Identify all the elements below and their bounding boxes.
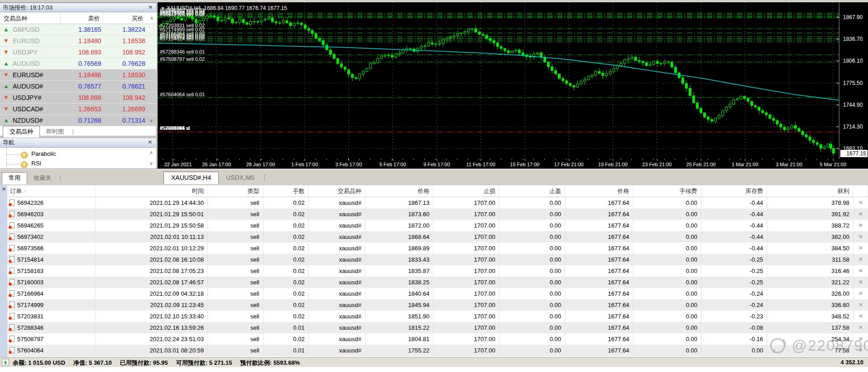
navigator-item-parabolic[interactable]: ƒParabolic bbox=[21, 150, 56, 159]
cell: 57203831 bbox=[7, 311, 95, 322]
column-header[interactable]: 获利 bbox=[767, 185, 853, 197]
market-watch-row[interactable]: ▲AUDUSD#0.765770.76621 bbox=[0, 81, 157, 92]
close-icon[interactable]: ✕ bbox=[1, 186, 7, 192]
table-row[interactable]: 571749992021.02.09 11:23:45sell0.02xauus… bbox=[7, 299, 868, 311]
chart-tab-1[interactable]: XAUUSD#,H4 bbox=[163, 172, 219, 184]
svg-text:#57154814 sell 0.02: #57154814 sell 0.02 bbox=[160, 36, 205, 41]
cell: -0.25 bbox=[701, 277, 767, 288]
column-header[interactable]: 止损 bbox=[434, 185, 499, 197]
column-header[interactable]: 手数 bbox=[263, 185, 309, 197]
axis-minor-tick bbox=[217, 159, 218, 160]
cell: 0.00 bbox=[633, 288, 701, 299]
table-row[interactable]: 569734022021.02.01 10:11:13sell0.02xauus… bbox=[7, 231, 868, 243]
table-row[interactable]: 571600032021.02.08 17:46:57sell0.02xauus… bbox=[7, 277, 868, 288]
table-row[interactable]: 569462032021.01.29 15:50:01sell0.02xauus… bbox=[7, 208, 868, 220]
column-bid[interactable]: 卖价 bbox=[61, 15, 100, 23]
column-header[interactable]: 类型 bbox=[208, 185, 263, 197]
axis-minor-tick bbox=[730, 159, 730, 160]
table-row[interactable]: 569462652021.01.29 15:50:58sell0.02xauus… bbox=[7, 220, 868, 231]
close-order-icon[interactable]: ✕ bbox=[853, 277, 868, 288]
order-id: 56946203 bbox=[17, 211, 44, 218]
market-watch-titlebar[interactable]: 市场报价: 19:17:03 ✕ bbox=[0, 3, 157, 12]
close-icon[interactable]: ✕ bbox=[147, 139, 153, 146]
table-row[interactable]: 569735662021.02.01 10:12:29sell0.02xauus… bbox=[7, 243, 868, 254]
cell: -0.44 bbox=[701, 197, 767, 208]
cell: 0.00 bbox=[499, 333, 565, 345]
table-row[interactable]: 572038312021.02.10 15:33:40sell0.02xauus… bbox=[7, 311, 868, 322]
scroll-up-icon[interactable]: ∧ bbox=[148, 15, 155, 21]
table-row[interactable]: 571548142021.02.08 16:10:08sell0.02xauus… bbox=[7, 254, 868, 265]
column-header[interactable]: 交易品种 bbox=[309, 185, 365, 197]
column-header[interactable]: 订单∕ bbox=[7, 185, 95, 197]
tab-market-watch-2[interactable]: 即时图 bbox=[40, 126, 70, 138]
close-order-icon[interactable]: ✕ bbox=[853, 254, 868, 265]
navigator-titlebar[interactable]: 导航 ✕ bbox=[0, 138, 156, 148]
cell: 2021.01.29 15:50:01 bbox=[95, 208, 208, 220]
cell: 1845.94 bbox=[365, 299, 434, 311]
column-header[interactable]: 价格 bbox=[365, 185, 434, 197]
table-row[interactable]: 571581632021.02.08 17:05:23sell0.02xauus… bbox=[7, 265, 868, 277]
market-watch-row[interactable]: ▲NZDUSD#0.712680.71314 bbox=[0, 115, 157, 126]
navigator-item-rsi[interactable]: ƒRSI bbox=[21, 160, 41, 168]
order-id: 57604064 bbox=[17, 347, 44, 354]
column-header[interactable]: 手续费 bbox=[633, 185, 701, 197]
cell: 56946265 bbox=[7, 220, 95, 231]
column-symbol[interactable]: 交易品种 bbox=[4, 15, 27, 23]
close-order-icon[interactable]: ✕ bbox=[853, 311, 868, 322]
close-order-icon[interactable]: ✕ bbox=[853, 288, 868, 299]
close-order-icon[interactable]: ✕ bbox=[853, 322, 868, 333]
cell: sell bbox=[208, 288, 263, 299]
close-order-icon[interactable]: ✕ bbox=[853, 243, 868, 254]
date-axis-label: 11 Feb 17:00 bbox=[466, 162, 495, 167]
market-watch-row[interactable]: ▲GBPUSD1.381651.38224 bbox=[0, 24, 157, 35]
tab-navigator-2[interactable]: 收藏夹 bbox=[27, 173, 58, 184]
scroll-down-icon[interactable]: ∨ bbox=[148, 117, 155, 124]
market-watch-row[interactable]: ▼USDCAD#1.266531.26699 bbox=[0, 104, 157, 115]
market-watch-row[interactable]: ▼EURUSD1.184801.18538 bbox=[0, 35, 157, 47]
table-row[interactable]: 572883462021.02.16 13:59:26sell0.01xauus… bbox=[7, 322, 868, 333]
order-id: 56973402 bbox=[17, 233, 44, 240]
close-order-icon[interactable]: ✕ bbox=[853, 231, 868, 243]
column-header[interactable]: 库存费 bbox=[701, 185, 767, 197]
close-order-icon[interactable]: ✕ bbox=[853, 220, 868, 231]
close-order-icon[interactable]: ✕ bbox=[853, 265, 868, 277]
column-header-label: 订单 bbox=[10, 188, 22, 194]
ask-price: 1.26699 bbox=[104, 105, 145, 113]
market-watch-row[interactable]: ▼USDJPY#108.899108.942 bbox=[0, 92, 157, 104]
cell: 384.50 bbox=[767, 243, 853, 254]
axis-tick bbox=[745, 159, 745, 161]
table-row[interactable]: 576040642021.03.01 08:20:59sell0.01xauus… bbox=[7, 345, 868, 356]
chart-tab-2[interactable]: USDX,M5 bbox=[219, 172, 261, 184]
table-row[interactable]: 571669642021.02.09 04:32:18sell0.02xauus… bbox=[7, 288, 868, 299]
close-order-icon[interactable]: ✕ bbox=[853, 208, 868, 220]
cell: 0.02 bbox=[263, 333, 309, 345]
close-icon[interactable]: ✕ bbox=[147, 4, 154, 11]
cell: 2021.02.08 17:46:57 bbox=[95, 277, 208, 288]
ask-price: 1.18530 bbox=[104, 71, 145, 79]
column-header[interactable]: 价格 bbox=[565, 185, 633, 197]
scroll-down-icon[interactable]: ∨ bbox=[148, 160, 155, 167]
market-watch-panel: 市场报价: 19:17:03 ✕ 交易品种 卖价 买价 ∧ ▲GBPUSD1.3… bbox=[0, 2, 157, 136]
column-ask[interactable]: 买价 bbox=[104, 15, 143, 23]
column-header[interactable]: 止盈 bbox=[499, 185, 565, 197]
cell: 0.01 bbox=[263, 345, 309, 356]
cell: 0.00 bbox=[499, 231, 565, 243]
scroll-up-icon[interactable]: ∧ bbox=[148, 149, 155, 156]
close-order-icon[interactable]: ✕ bbox=[853, 299, 868, 311]
market-watch-row[interactable]: ▼EURUSD#1.184861.18530 bbox=[0, 69, 157, 81]
market-watch-row[interactable]: ▲AUDUSD0.765690.76628 bbox=[0, 58, 157, 69]
close-order-icon[interactable]: ✕ bbox=[853, 197, 868, 208]
tab-navigator-1[interactable]: 常用 bbox=[2, 172, 27, 184]
column-header[interactable]: 时间 bbox=[95, 185, 208, 197]
tree-guide bbox=[6, 164, 20, 164]
cell: 57166964 bbox=[7, 288, 95, 299]
candlestick-chart[interactable]: #56946203 sell 0.02#56946265 sell 0.02#5… bbox=[158, 2, 868, 159]
ask-price: 108.952 bbox=[104, 49, 145, 56]
axis-minor-tick bbox=[653, 159, 654, 160]
tab-market-watch-1[interactable]: 交易品种 bbox=[3, 126, 40, 138]
market-watch-row[interactable]: ▼USDJPY108.893108.952 bbox=[0, 47, 157, 58]
table-row[interactable]: 569423262021.01.29 14:44:30sell0.02xauus… bbox=[7, 197, 868, 208]
table-row[interactable]: 575087972021.02.24 23:51:03sell0.02xauus… bbox=[7, 333, 868, 345]
axis-minor-tick bbox=[773, 159, 774, 160]
cell: 1707.00 bbox=[434, 333, 499, 345]
